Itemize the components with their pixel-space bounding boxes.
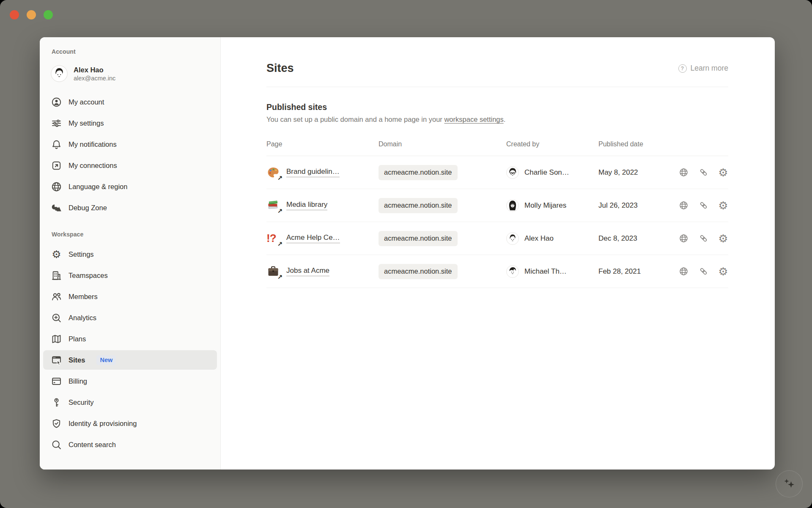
globe-icon[interactable] xyxy=(678,233,689,244)
sparkles-icon xyxy=(782,477,796,491)
globe-icon[interactable] xyxy=(678,266,689,277)
user-email: alex@acme.inc xyxy=(74,74,115,82)
search-icon xyxy=(51,439,62,450)
sidebar-item-content-search[interactable]: Content search xyxy=(43,435,217,454)
sites-panel: Sites ? Learn more Published sites You c… xyxy=(221,37,775,470)
domain-pill[interactable]: acmeacme.notion.site xyxy=(379,198,458,213)
user-name: Alex Hao xyxy=(74,65,115,74)
creator-name: Charlie Son… xyxy=(524,168,569,177)
page-title: Sites xyxy=(266,62,294,75)
minimize-button[interactable] xyxy=(27,10,36,19)
zoom-button[interactable] xyxy=(44,10,53,19)
bell-icon xyxy=(51,139,62,150)
row-actions: ⚙ xyxy=(678,168,728,178)
sidebar-item-identity-provisioning[interactable]: Identity & provisioning xyxy=(43,414,217,433)
close-button[interactable] xyxy=(10,10,19,19)
window-controls xyxy=(10,10,53,19)
sidebar-item-my-connections[interactable]: My connections xyxy=(43,156,217,175)
page-link[interactable]: Media library xyxy=(286,200,327,210)
browser-cursor-icon xyxy=(51,354,62,366)
domain-pill[interactable]: acmeacme.notion.site xyxy=(379,231,458,246)
published-date: May 8, 2022 xyxy=(598,168,668,177)
published-date: Feb 28, 2021 xyxy=(598,267,668,276)
learn-more-link[interactable]: ? Learn more xyxy=(678,64,729,73)
building-icon xyxy=(51,270,62,281)
sidebar-item-my-settings[interactable]: My settings xyxy=(43,113,217,133)
sidebar-item-teamspaces[interactable]: Teamspaces xyxy=(43,266,217,285)
header-divider xyxy=(266,87,728,87)
creator-avatar xyxy=(506,265,519,278)
column-header-published-date: Published date xyxy=(598,140,668,148)
published-date: Jul 26, 2023 xyxy=(598,201,668,210)
palette-icon: ↗ xyxy=(266,166,280,179)
account-user-row[interactable]: Alex Hao alex@acme.inc xyxy=(43,62,217,86)
sidebar-item-members[interactable]: Members xyxy=(43,287,217,306)
sidebar-item-my-account[interactable]: My account xyxy=(43,92,217,112)
creator-name: Michael Th… xyxy=(524,267,567,276)
workspace-settings-link[interactable]: workspace settings xyxy=(444,115,503,123)
sidebar-item-settings[interactable]: ⚙ Settings xyxy=(43,244,217,264)
link-icon[interactable] xyxy=(698,233,708,244)
column-header-page: Page xyxy=(266,140,379,148)
sidebar-item-debug-zone[interactable]: Debug Zone xyxy=(43,198,217,217)
link-icon[interactable] xyxy=(698,200,708,211)
globe-icon[interactable] xyxy=(678,200,689,211)
sidebar-item-language-region[interactable]: Language & region xyxy=(43,177,217,196)
user-identity: Alex Hao alex@acme.inc xyxy=(74,65,115,82)
shield-check-icon xyxy=(51,418,62,429)
published-sites-table: Page Domain Created by Published date ↗ … xyxy=(266,140,728,288)
page-link[interactable]: Jobs at Acme xyxy=(286,266,329,276)
map-icon xyxy=(51,333,62,345)
globe-icon[interactable] xyxy=(678,168,689,178)
row-actions: ⚙ xyxy=(678,200,728,211)
table-header-row: Page Domain Created by Published date xyxy=(266,140,728,156)
arrow-box-icon xyxy=(51,160,62,171)
table-row: ↗ Media library acmeacme.notion.site Mol… xyxy=(266,189,728,222)
page-link[interactable]: Acme Help Ce… xyxy=(286,233,340,243)
gear-icon: ⚙ xyxy=(51,249,62,260)
sidebar-item-plans[interactable]: Plans xyxy=(43,329,217,349)
sidebar-item-sites[interactable]: Sites New xyxy=(43,350,217,370)
published-sites-heading: Published sites xyxy=(266,102,728,112)
row-actions: ⚙ xyxy=(678,266,728,277)
link-icon[interactable] xyxy=(698,168,708,178)
table-row: !? ↗ Acme Help Ce… acmeacme.notion.site … xyxy=(266,222,728,255)
open-link-arrow-icon: ↗ xyxy=(277,174,283,182)
creator-name: Molly Mijares xyxy=(524,201,566,210)
sites-header: Sites ? Learn more xyxy=(266,62,728,75)
briefcase-icon: ↗ xyxy=(266,265,280,278)
domain-pill[interactable]: acmeacme.notion.site xyxy=(379,165,458,180)
desktop-background: Account Alex Hao alex@acme.inc My accoun… xyxy=(0,0,812,508)
sidebar-item-analytics[interactable]: Analytics xyxy=(43,308,217,327)
creator-avatar xyxy=(506,166,519,179)
interrobang-icon: !? ↗ xyxy=(266,232,280,245)
table-row: ↗ Jobs at Acme acmeacme.notion.site Mich… xyxy=(266,255,728,288)
globe-icon xyxy=(51,181,62,192)
sidebar-item-security[interactable]: Security xyxy=(43,393,217,412)
user-avatar xyxy=(51,65,68,82)
published-sites-description: You can set up a public domain and a hom… xyxy=(266,115,728,124)
gear-icon[interactable]: ⚙ xyxy=(718,168,728,178)
creator-avatar xyxy=(506,199,519,212)
published-date: Dec 8, 2023 xyxy=(598,234,668,243)
open-link-arrow-icon: ↗ xyxy=(277,207,283,215)
gear-icon[interactable]: ⚙ xyxy=(718,266,728,277)
settings-dialog: Account Alex Hao alex@acme.inc My accoun… xyxy=(40,37,775,470)
settings-sidebar: Account Alex Hao alex@acme.inc My accoun… xyxy=(40,37,221,470)
gear-icon[interactable]: ⚙ xyxy=(718,233,728,244)
gear-icon[interactable]: ⚙ xyxy=(718,200,728,211)
books-icon: ↗ xyxy=(266,199,280,212)
creator-name: Alex Hao xyxy=(524,234,554,243)
page-link[interactable]: Brand guidelin… xyxy=(286,168,340,177)
shapes-icon xyxy=(51,202,62,214)
sidebar-item-my-notifications[interactable]: My notifications xyxy=(43,135,217,154)
person-circle-icon xyxy=(51,96,62,108)
link-icon[interactable] xyxy=(698,266,708,277)
column-header-created-by: Created by xyxy=(506,140,598,148)
ai-assistant-button[interactable] xyxy=(776,470,803,497)
key-icon xyxy=(51,397,62,408)
new-badge: New xyxy=(96,355,116,365)
creator-avatar xyxy=(506,232,519,245)
sidebar-item-billing[interactable]: Billing xyxy=(43,371,217,391)
domain-pill[interactable]: acmeacme.notion.site xyxy=(379,264,458,279)
